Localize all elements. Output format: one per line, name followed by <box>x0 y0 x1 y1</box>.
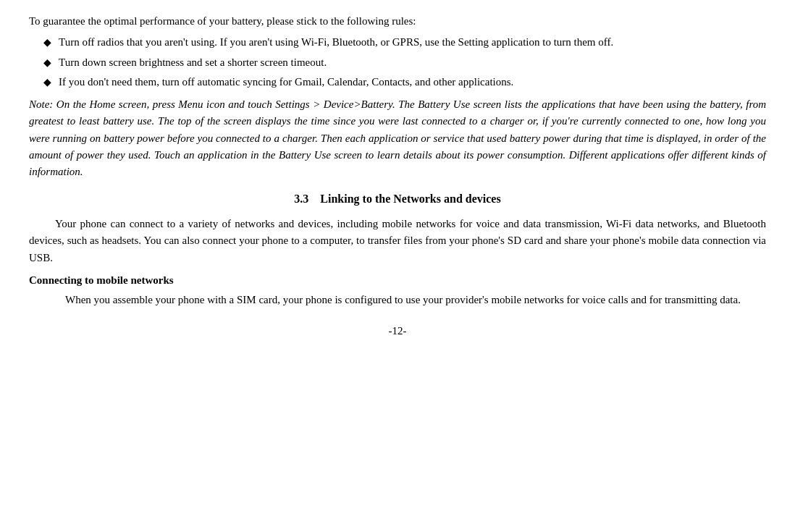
bullet-diamond-1: ◆ <box>43 35 51 51</box>
bullet-item-2: ◆ Turn down screen brightness and set a … <box>29 54 766 71</box>
bullet-list: ◆ Turn off radios that you aren't using.… <box>29 34 766 90</box>
bullet-text-1: Turn off radios that you aren't using. I… <box>59 34 766 51</box>
bullet-diamond-2: ◆ <box>43 55 51 71</box>
note-text: Note: On the Home screen, press Menu ico… <box>29 98 766 177</box>
subsection-paragraph: When you assemble your phone with a SIM … <box>29 292 766 308</box>
page-number: -12- <box>29 323 766 339</box>
bullet-item-1: ◆ Turn off radios that you aren't using.… <box>29 34 766 51</box>
page-content: To guarantee the optimal performance of … <box>29 13 766 340</box>
bullet-text-2: Turn down screen brightness and set a sh… <box>59 54 766 71</box>
body-paragraph-1: Your phone can connect to a variety of n… <box>29 216 766 266</box>
bullet-text-3: If you don't need them, turn off automat… <box>59 74 766 90</box>
note-block: Note: On the Home screen, press Menu ico… <box>29 96 766 180</box>
section-heading: 3.3Linking to the Networks and devices <box>29 190 766 208</box>
section-number: 3.3 <box>294 193 308 205</box>
section-title: Linking to the Networks and devices <box>320 193 500 205</box>
bullet-diamond-3: ◆ <box>43 75 51 90</box>
intro-line: To guarantee the optimal performance of … <box>29 13 766 30</box>
subsection-heading: Connecting to mobile networks <box>29 272 766 289</box>
bullet-item-3: ◆ If you don't need them, turn off autom… <box>29 74 766 90</box>
